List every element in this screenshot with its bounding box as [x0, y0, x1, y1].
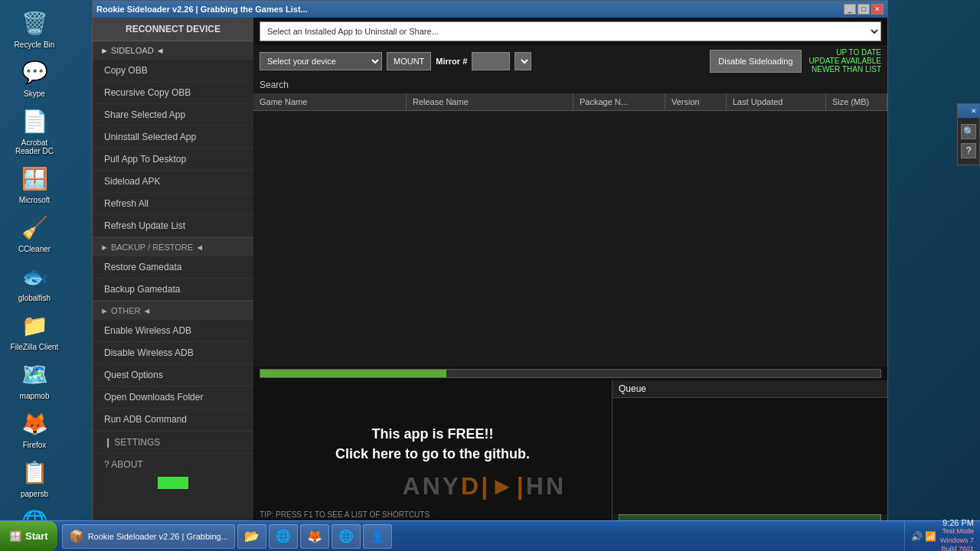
th-last-updated: Last Updated: [727, 93, 826, 110]
floating-search-icon[interactable]: 🔍: [961, 124, 976, 139]
device-select[interactable]: Select your device: [260, 52, 382, 70]
th-size: Size (MB): [826, 93, 887, 110]
taskbar-item-rookie[interactable]: 📦 Rookie Sideloader v2.26 | Grabbing...: [62, 524, 235, 549]
th-release-name: Release Name: [407, 93, 573, 110]
rookie-taskbar-icon: 📦: [69, 529, 84, 543]
sidebar-item-disable-wireless-adb[interactable]: Disable Wireless ADB: [93, 342, 253, 364]
settings-item[interactable]: ❙ SETTINGS: [93, 431, 253, 453]
clock: 9:26 PM Test ModeWindows 7Build 7601: [940, 518, 974, 551]
taskbar-item-firefox[interactable]: 🦊: [300, 524, 329, 549]
close-button[interactable]: ✕: [871, 4, 884, 15]
bottom-panel: This app is FREE!! Click here to go to t…: [253, 367, 887, 535]
github-link[interactable]: Click here to go to the github.: [335, 446, 530, 462]
title-bar: Rookie Sideloader v2.26 | Grabbing the G…: [93, 1, 887, 18]
table-body: [253, 111, 887, 367]
maximize-button[interactable]: □: [858, 4, 870, 15]
app-select[interactable]: Select an Installed App to Uninstall or …: [260, 21, 881, 41]
sidebar-item-restore-gamedata[interactable]: Restore Gamedata: [93, 256, 253, 279]
floating-close-button[interactable]: ✕: [971, 107, 977, 115]
rookie-taskbar-label: Rookie Sideloader v2.26 | Grabbing...: [88, 532, 228, 541]
top-bar: Select an Installed App to Uninstall or …: [253, 18, 887, 45]
filezilla-icon[interactable]: 📁 FileZilla Client: [4, 310, 65, 351]
other-header[interactable]: ► OTHER ◄: [93, 301, 253, 320]
status-update-available: UPDATE AVAILABLE: [809, 57, 881, 65]
firefox-label: Firefox: [23, 441, 47, 449]
recycle-bin-icon[interactable]: 🗑️ Recycle Bin: [4, 8, 65, 49]
floating-title-bar: ✕: [958, 104, 979, 118]
mirror-select[interactable]: [514, 52, 531, 70]
sidebar-item-uninstall-selected-app[interactable]: Uninstall Selected App: [93, 126, 253, 148]
game-table: Game Name Release Name Package N... Vers…: [253, 93, 887, 367]
ccleaner-icon[interactable]: 🧹 CCleaner: [4, 212, 65, 253]
globalfish-label: globalfish: [18, 294, 51, 302]
explorer-taskbar-icon: 📂: [244, 529, 260, 543]
sidebar-item-refresh-update-list[interactable]: Refresh Update List: [93, 215, 253, 237]
status-up-to-date: UP TO DATE: [809, 48, 881, 57]
floating-help-icon[interactable]: ?: [961, 143, 976, 158]
user-taskbar-icon: 👤: [370, 529, 385, 543]
mount-button[interactable]: MOUNT: [387, 52, 431, 70]
browser2-taskbar-icon: 🌐: [338, 529, 354, 543]
backup-restore-header[interactable]: ► BACKUP / RESTORE ◄: [93, 237, 253, 256]
start-button[interactable]: 🪟 Start: [0, 521, 58, 551]
sidebar: RECONNECT DEVICE ► SIDELOAD ◄ Copy OBB R…: [93, 18, 253, 535]
sideload-header[interactable]: ► SIDELOAD ◄: [93, 41, 253, 60]
skype-icon[interactable]: 💬 Skype: [4, 57, 65, 98]
sidebar-item-sideload-apk[interactable]: Sideload APK: [93, 171, 253, 193]
taskbar-item-explorer[interactable]: 📂: [237, 524, 266, 549]
sidebar-item-enable-wireless-adb[interactable]: Enable Wireless ADB: [93, 320, 253, 342]
skype-label: Skype: [24, 90, 45, 98]
main-panel: Select an Installed App to Uninstall or …: [253, 18, 887, 535]
progress-row: [253, 367, 887, 380]
search-row: Search: [253, 77, 887, 93]
firefox-taskbar-icon: 🦊: [307, 529, 322, 543]
sidebar-item-pull-app-to-desktop[interactable]: Pull App To Desktop: [93, 148, 253, 171]
taskbar-item-user[interactable]: 👤: [363, 524, 392, 549]
papersb-icon[interactable]: 📋 papersb: [4, 457, 65, 498]
microsoft-icon[interactable]: 🪟 Microsoft: [4, 163, 65, 204]
tip-text: TIP: PRESS F1 TO SEE A LIST OF SHORTCUTS: [253, 508, 612, 521]
progress-bar-fill: [260, 370, 446, 377]
sidebar-item-quest-options[interactable]: Quest Options: [93, 364, 253, 386]
sideload-label: ► SIDELOAD ◄: [100, 46, 165, 55]
recycle-bin-label: Recycle Bin: [15, 41, 55, 49]
about-item[interactable]: ? ABOUT: [93, 453, 253, 475]
mirror-input[interactable]: [472, 52, 510, 70]
other-label: ► OTHER ◄: [100, 306, 151, 315]
filezilla-label: FileZilla Client: [11, 343, 59, 351]
reconnect-device-button[interactable]: RECONNECT DEVICE: [93, 18, 253, 41]
sidebar-item-open-downloads-folder[interactable]: Open Downloads Folder: [93, 386, 253, 409]
sidebar-item-copy-obb[interactable]: Copy OBB: [93, 60, 253, 82]
taskbar-item-browser2[interactable]: 🌐: [332, 524, 361, 549]
sidebar-item-recursive-copy-obb[interactable]: Recursive Copy OBB: [93, 82, 253, 104]
minimize-button[interactable]: _: [844, 4, 856, 15]
mapmob-label: mapmob: [20, 392, 50, 400]
start-label: Start: [25, 530, 48, 542]
sidebar-item-backup-gamedata[interactable]: Backup Gamedata: [93, 279, 253, 301]
test-mode-info: Test ModeWindows 7Build 7601: [940, 527, 974, 551]
table-header: Game Name Release Name Package N... Vers…: [253, 93, 887, 111]
start-icon: 🪟: [9, 530, 21, 542]
firefox-icon[interactable]: 🦊 Firefox: [4, 408, 65, 449]
settings-label: ❙ SETTINGS: [104, 437, 160, 448]
bottom-left: This app is FREE!! Click here to go to t…: [253, 380, 612, 535]
queue-label: Queue: [612, 380, 887, 398]
status-newer-than-list: NEWER THAN LIST: [809, 65, 881, 73]
disable-sideloading-button[interactable]: Disable Sideloading: [710, 50, 801, 73]
mapmob-icon[interactable]: 🗺️ mapmob: [4, 359, 65, 400]
globalfish-icon[interactable]: 🐟 globalfish: [4, 261, 65, 302]
system-tray: 🔊 📶 9:26 PM Test ModeWindows 7Build 7601: [904, 521, 980, 551]
taskbar-item-browser1[interactable]: 🌐: [269, 524, 298, 549]
taskbar-items: 📦 Rookie Sideloader v2.26 | Grabbing... …: [58, 522, 904, 551]
app-content: RECONNECT DEVICE ► SIDELOAD ◄ Copy OBB R…: [93, 18, 887, 535]
queue-panel: Queue N and Install Game/Add To Queue ⬡: [612, 380, 887, 535]
main-bottom: This app is FREE!! Click here to go to t…: [253, 380, 887, 535]
acrobat-icon[interactable]: 📄 AcrobatReader DC: [4, 106, 65, 155]
status-panel: UP TO DATE UPDATE AVAILABLE NEWER THAN L…: [809, 48, 881, 73]
sidebar-item-run-adb-command[interactable]: Run ADB Command: [93, 409, 253, 431]
app-window: Rookie Sideloader v2.26 | Grabbing the G…: [92, 0, 888, 536]
sidebar-item-share-selected-app[interactable]: Share Selected App: [93, 104, 253, 126]
sidebar-item-refresh-all[interactable]: Refresh All: [93, 193, 253, 215]
progress-bar: [260, 369, 881, 378]
app-title: Rookie Sideloader v2.26 | Grabbing the G…: [96, 5, 308, 14]
